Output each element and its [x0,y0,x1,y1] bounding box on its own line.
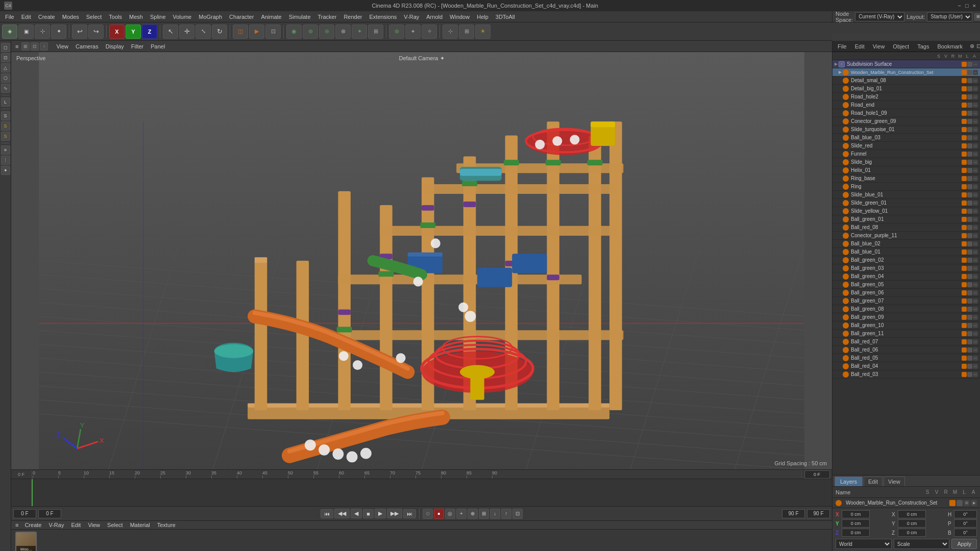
om-item[interactable]: Ball_green_08 ⋯ [832,305,980,313]
mode-model[interactable]: ◈ [2,24,17,39]
left-tool-10[interactable]: ≡ [1,145,10,155]
tool-plugin-1[interactable]: ◉ [286,24,302,39]
jump-start-button[interactable]: ⏮ [321,509,333,518]
om-tab-bookmark[interactable]: Bookmark [934,42,966,51]
apply-button[interactable]: Apply [951,539,977,549]
motion-button[interactable]: + [456,509,467,519]
om-tab-edit[interactable]: Edit [852,42,868,51]
anim-button[interactable]: ◎ [445,509,455,519]
tool-render-picture-viewer[interactable]: ⊡ [265,24,281,39]
tool-workplane[interactable]: ☀ [475,24,491,39]
om-item[interactable]: Conector_green_09 ⋯ [832,117,980,126]
vp-icon-2[interactable]: ⊡ [31,42,39,51]
layout-dropdown[interactable]: Startup (User) [927,12,972,21]
om-filter-icon[interactable]: ⊡ [976,42,980,51]
material-menu-edit[interactable]: Edit [68,521,84,529]
mode-texture[interactable]: ⊹ [35,24,50,39]
om-item[interactable]: Ball_green_05 ⋯ [832,281,980,289]
om-item[interactable]: Ball_red_08 ⋯ [832,223,980,232]
om-item[interactable]: Ball_green_11 ⋯ [832,330,980,338]
om-item[interactable]: Road_end ⋯ [832,101,980,109]
left-tool-1[interactable]: ◻ [1,43,10,52]
frame-end-input-2[interactable] [807,509,830,518]
coord-zs-input[interactable] [898,529,926,537]
menu-tracker[interactable]: Tracker [315,13,340,21]
viewport-menu-filter[interactable]: Filter [128,42,146,51]
om-item[interactable]: Ball_green_06 ⋯ [832,289,980,297]
menu-edit[interactable]: Edit [18,13,34,21]
timeline-btn-9[interactable]: ⊡ [512,509,523,519]
tool-plugin-5[interactable]: ✦ [352,24,367,39]
om-tab-file[interactable]: File [835,42,850,51]
timeline-track[interactable] [11,479,832,506]
menu-window[interactable]: Window [447,13,473,21]
vp-icon-3[interactable]: ↑ [40,42,48,51]
menu-spline[interactable]: Spline [147,13,169,21]
record-button[interactable]: ● [434,509,444,519]
tool-redo[interactable]: ↪ [88,24,104,39]
left-tool-5[interactable]: ∿ [1,84,10,93]
om-item[interactable]: Ball_blue_01 ⋯ [832,248,980,256]
material-menu-texture[interactable]: Texture [154,521,179,529]
om-search-icon[interactable]: ⊕ [970,42,974,51]
coord-z-input[interactable] [842,529,870,537]
left-tool-6[interactable]: L [1,97,10,107]
menu-mesh[interactable]: Mesh [126,13,146,21]
om-item[interactable]: Slide_blue_01 ⋯ [832,191,980,199]
tool-plugin-3[interactable]: ⊕ [319,24,334,39]
material-swatch[interactable]: Woo... [15,532,37,551]
om-item[interactable]: Slide_red ⋯ [832,142,980,150]
om-item[interactable]: Ball_green_04 ⋯ [832,272,980,281]
om-item[interactable]: Conector_purple_11 ⋯ [832,232,980,240]
om-item[interactable]: Ring_base ⋯ [832,174,980,183]
scale-dropdown[interactable]: Scale [894,539,950,549]
sel-ctrl-3[interactable]: ⊞ [964,500,970,506]
om-item[interactable]: Ball_red_07 ⋯ [832,338,980,346]
tool-plugin-2[interactable]: ⊛ [303,24,318,39]
om-item[interactable]: Detail_big_01 ⋯ [832,85,980,93]
menu-arnold[interactable]: Arnold [423,13,446,21]
tool-plugin-6[interactable]: ⊞ [368,24,383,39]
coord-y-input[interactable] [842,519,870,528]
left-tool-11[interactable]: ⋮ [1,156,10,165]
frame-current-input[interactable] [38,509,61,518]
om-item[interactable]: Ball_red_06 ⋯ [832,346,980,354]
tool-render-region[interactable]: ◫ [233,24,248,39]
timeline-btn-8[interactable]: ↑ [501,509,511,519]
om-item[interactable]: Ball_blue_03 ⋯ [832,134,980,142]
om-item-subdivision[interactable]: ▶ ⊹ Subdivision Surface ⋯ [832,60,980,68]
menu-3dtoall[interactable]: 3DToAll [493,13,518,21]
menu-simulate[interactable]: Simulate [286,13,314,21]
om-tab-tags[interactable]: Tags [914,42,932,51]
maximize-button[interactable]: □ [965,3,969,9]
next-frame-button[interactable]: ▶▶ [387,509,402,518]
viewport-menu-panel[interactable]: Panel [148,42,168,51]
om-item[interactable]: Ball_green_02 ⋯ [832,256,980,264]
menu-mograph[interactable]: MoGraph [195,13,225,21]
menu-file[interactable]: File [2,13,17,21]
om-item[interactable]: Slide_green_01 ⋯ [832,199,980,207]
om-item[interactable]: Ball_green_01 ⋯ [832,215,980,223]
om-item[interactable]: Slide_yellow_01 ⋯ [832,207,980,215]
om-item[interactable]: Ball_green_03 ⋯ [832,264,980,272]
om-item[interactable]: Ring ⋯ [832,183,980,191]
stop-button[interactable]: ■ [363,509,374,518]
coord-b-input[interactable] [954,529,977,537]
left-tool-2[interactable]: ⊡ [1,53,10,62]
material-menu-vray[interactable]: V-Ray [45,521,67,529]
viewport-menu-display[interactable]: Display [103,42,127,51]
current-frame-input[interactable] [804,470,830,479]
om-item[interactable]: Ball_green_10 ⋯ [832,321,980,330]
left-tool-4[interactable]: ⬡ [1,73,10,83]
om-item[interactable]: Slide_turquoise_01 ⋯ [832,126,980,134]
viewport-menu-icon[interactable]: ≡ [13,42,20,51]
play-reverse-button[interactable]: ◀ [351,509,362,518]
menu-modes[interactable]: Modes [59,13,82,21]
tab-view[interactable]: View [884,477,905,486]
om-item[interactable]: Ball_green_09 ⋯ [832,313,980,321]
menu-vray[interactable]: V-Ray [401,13,422,21]
titlebar-controls[interactable]: − □ × [958,3,976,9]
frame-end-input-1[interactable] [782,509,805,518]
menu-help[interactable]: Help [474,13,492,21]
material-menu-select[interactable]: Select [104,521,126,529]
